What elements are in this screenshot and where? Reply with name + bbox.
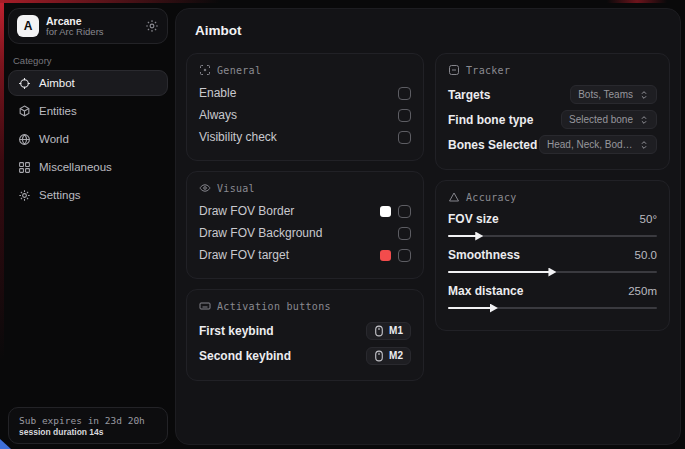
- setting-row-bones-selected: Bones Selected Head, Neck, Body, Fe...: [448, 132, 657, 157]
- setting-label: Draw FOV Background: [199, 226, 322, 240]
- sidebar-item-label: Aimbot: [39, 77, 75, 89]
- activation-section: Activation buttons First keybind M1 Seco…: [186, 289, 424, 381]
- category-label: Category: [13, 55, 52, 66]
- globe-icon: [18, 133, 31, 146]
- accuracy-section: Accuracy FOV size 50° Smoothne: [435, 180, 670, 331]
- setting-row-always: Always: [199, 104, 411, 126]
- slider-fill: [448, 271, 550, 273]
- sidebar-item-aimbot[interactable]: Aimbot: [8, 70, 168, 96]
- fov-target-checkbox[interactable]: [398, 249, 411, 262]
- tracker-section: Tracker Targets Bots, Teams Find bone ty…: [435, 53, 670, 170]
- enable-checkbox[interactable]: [398, 87, 411, 100]
- bones-selected-dropdown[interactable]: Head, Neck, Body, Fe...: [539, 135, 657, 154]
- setting-label: Max distance: [448, 284, 523, 298]
- keybind-value: M1: [389, 325, 403, 336]
- chevrons-up-down-icon: [639, 140, 649, 150]
- setting-label: Visibility check: [199, 130, 277, 144]
- subscription-card: Sub expires in 23d 20h session duration …: [8, 407, 168, 444]
- smoothness-slider[interactable]: [448, 271, 657, 273]
- keyboard-icon: [199, 300, 211, 312]
- session-duration-text: session duration 14s: [19, 427, 157, 437]
- entities-icon: [18, 105, 31, 118]
- tracker-icon: [448, 64, 460, 76]
- targets-dropdown[interactable]: Bots, Teams: [570, 85, 657, 104]
- smoothness-slider-group: Smoothness 50.0: [448, 246, 657, 273]
- sub-expires-text: Sub expires in 23d 20h: [19, 415, 157, 426]
- section-title: Tracker: [466, 65, 510, 76]
- section-title: Visual: [217, 183, 255, 194]
- app-subtitle: for Arc Riders: [46, 27, 138, 38]
- grid-icon: [18, 161, 31, 174]
- sidebar-item-miscellaneous[interactable]: Miscellaneous: [8, 154, 168, 180]
- sidebar-item-label: Settings: [39, 189, 81, 201]
- setting-label: Second keybind: [199, 349, 291, 363]
- setting-label: Bones Selected: [448, 138, 537, 152]
- visual-section: Visual Draw FOV Border Draw FOV Backgrou…: [186, 171, 424, 279]
- slider-handle[interactable]: [475, 232, 483, 241]
- fov-border-color-swatch[interactable]: [380, 206, 391, 217]
- dropdown-value: Head, Neck, Body, Fe...: [547, 139, 633, 150]
- slider-fill: [448, 235, 477, 237]
- visibility-check-checkbox[interactable]: [398, 131, 411, 144]
- setting-row-fov-target: Draw FOV target: [199, 244, 411, 266]
- app-meta: Arcane for Arc Riders: [46, 15, 138, 38]
- fov-border-checkbox[interactable]: [398, 205, 411, 218]
- app-logo: A: [17, 15, 39, 37]
- setting-row-fov-border: Draw FOV Border: [199, 200, 411, 222]
- sidebar: A Arcane for Arc Riders Category Aimbot …: [0, 0, 175, 449]
- setting-row-targets: Targets Bots, Teams: [448, 82, 657, 107]
- left-column: General Enable Always Visibility check: [186, 53, 424, 381]
- fov-size-slider-group: FOV size 50°: [448, 210, 657, 237]
- slider-fill: [448, 307, 492, 309]
- setting-row-visibility-check: Visibility check: [199, 126, 411, 148]
- slider-handle[interactable]: [548, 268, 556, 277]
- find-bone-type-dropdown[interactable]: Selected bone: [561, 110, 657, 129]
- setting-label: Always: [199, 108, 237, 122]
- setting-label: Smoothness: [448, 248, 520, 262]
- triangle-icon: [448, 191, 460, 203]
- sidebar-item-world[interactable]: World: [8, 126, 168, 152]
- slider-value: 50°: [640, 213, 657, 225]
- sidebar-nav: Aimbot Entities World Miscellaneous: [8, 70, 168, 210]
- app-settings-icon[interactable]: [145, 19, 159, 33]
- sidebar-item-settings[interactable]: Settings: [8, 182, 168, 208]
- slider-value: 50.0: [635, 249, 657, 261]
- slider-value: 250m: [628, 285, 657, 297]
- dropdown-value: Selected bone: [569, 114, 633, 125]
- max-distance-slider[interactable]: [448, 307, 657, 309]
- sidebar-item-label: Miscellaneous: [39, 161, 112, 173]
- setting-row-fov-background: Draw FOV Background: [199, 222, 411, 244]
- mouse-icon: [374, 325, 384, 337]
- keybind-value: M2: [389, 350, 403, 361]
- setting-label: FOV size: [448, 212, 499, 226]
- fov-target-color-swatch[interactable]: [380, 250, 391, 261]
- setting-label: Enable: [199, 86, 236, 100]
- setting-label: Draw FOV Border: [199, 204, 294, 218]
- setting-label: Find bone type: [448, 113, 533, 127]
- scan-icon: [199, 64, 211, 76]
- page-title: Aimbot: [195, 23, 670, 38]
- dropdown-value: Bots, Teams: [578, 89, 633, 100]
- setting-label: Targets: [448, 88, 490, 102]
- crosshair-icon: [18, 77, 31, 90]
- section-title: Accuracy: [466, 192, 517, 203]
- general-section: General Enable Always Visibility check: [186, 53, 424, 161]
- sidebar-item-label: Entities: [39, 105, 77, 117]
- gear-icon: [18, 189, 31, 202]
- app-name: Arcane: [46, 15, 138, 27]
- fov-background-checkbox[interactable]: [398, 227, 411, 240]
- first-keybind-button[interactable]: M1: [366, 322, 411, 340]
- second-keybind-button[interactable]: M2: [366, 347, 411, 365]
- main-panel: Aimbot General Enable Always: [175, 8, 681, 445]
- sidebar-item-entities[interactable]: Entities: [8, 98, 168, 124]
- max-distance-slider-group: Max distance 250m: [448, 282, 657, 309]
- always-checkbox[interactable]: [398, 109, 411, 122]
- setting-label: Draw FOV target: [199, 248, 289, 262]
- setting-label: First keybind: [199, 324, 274, 338]
- section-title: General: [217, 65, 261, 76]
- slider-handle[interactable]: [490, 304, 498, 313]
- fov-size-slider[interactable]: [448, 235, 657, 237]
- setting-row-first-keybind: First keybind M1: [199, 318, 411, 343]
- mouse-icon: [374, 350, 384, 362]
- sidebar-item-label: World: [39, 133, 69, 145]
